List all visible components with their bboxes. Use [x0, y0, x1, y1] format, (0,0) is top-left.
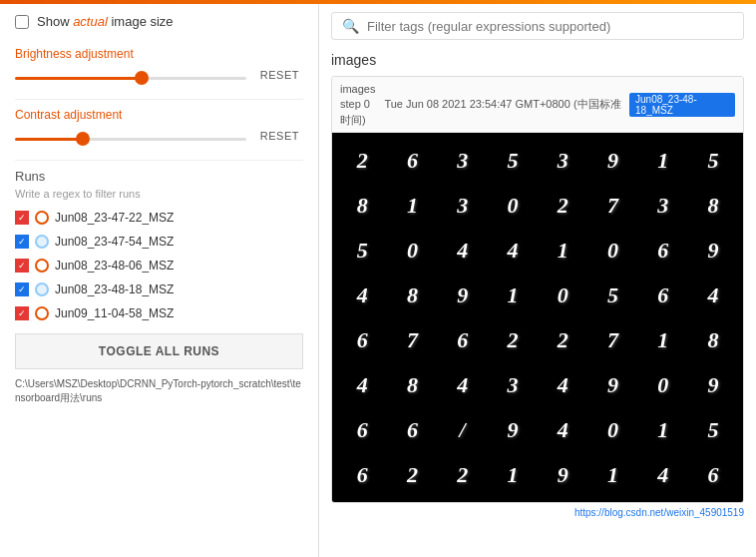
run-item-4[interactable]: Jun09_11-04-58_MSZ — [15, 303, 303, 323]
contrast-slider-row: RESET — [15, 128, 303, 144]
digit-9: 1 — [387, 183, 437, 228]
path-text: C:\Users\MSZ\Desktop\DCRNN_PyTorch-pytor… — [15, 377, 303, 405]
digit-13: 7 — [587, 183, 637, 228]
digit-20: 1 — [538, 228, 587, 273]
run-icon-1 — [35, 235, 49, 249]
digit-47: 9 — [688, 362, 738, 407]
digit-16: 5 — [337, 228, 387, 273]
digit-14: 3 — [638, 183, 688, 228]
digit-7: 5 — [688, 138, 738, 183]
card-step: step 0 — [340, 98, 370, 110]
brightness-slider-row: RESET — [15, 67, 303, 83]
digit-53: 0 — [587, 407, 637, 452]
search-icon: 🔍 — [342, 18, 359, 34]
digit-46: 0 — [638, 362, 688, 407]
digit-39: 8 — [688, 317, 738, 362]
image-card: images step 0 Tue Jun 08 2021 23:54:47 G… — [331, 76, 744, 503]
toggle-all-runs-button[interactable]: TOGGLE ALL RUNS — [15, 333, 303, 369]
runs-divider — [15, 160, 303, 161]
digit-18: 4 — [438, 228, 488, 273]
digit-8: 8 — [337, 183, 387, 228]
digit-40: 4 — [337, 362, 387, 407]
digit-36: 2 — [538, 317, 587, 362]
brightness-divider — [15, 99, 303, 100]
show-actual-size-row: Show actual image size — [15, 14, 303, 29]
run-icon-3 — [35, 282, 49, 296]
show-actual-size-checkbox[interactable] — [15, 15, 29, 29]
run-label-2: Jun08_23-48-06_MSZ — [55, 259, 174, 273]
image-card-meta: images step 0 Tue Jun 08 2021 23:54:47 G… — [340, 81, 629, 128]
card-timestamp: Tue Jun 08 2021 23:54:47 GMT+0800 (中国标准时… — [340, 98, 621, 126]
digit-55: 5 — [688, 407, 738, 452]
digit-57: 2 — [387, 452, 437, 497]
run-item-3[interactable]: Jun08_23-48-18_MSZ — [15, 279, 303, 299]
digit-0: 2 — [337, 138, 387, 183]
digit-5: 9 — [587, 138, 637, 183]
run-icon-0 — [35, 211, 49, 225]
digit-22: 6 — [638, 228, 688, 273]
run-icon-4 — [35, 306, 49, 320]
digit-4: 3 — [538, 138, 587, 183]
digit-19: 4 — [488, 228, 538, 273]
digit-11: 0 — [488, 183, 538, 228]
digit-27: 1 — [488, 273, 538, 317]
digit-42: 4 — [438, 362, 488, 407]
digit-grid: 2635391581302738504410694891056467622718… — [332, 133, 743, 502]
digit-33: 7 — [387, 317, 437, 362]
digit-34: 6 — [438, 317, 488, 362]
digit-24: 4 — [337, 273, 387, 317]
run-icon-2 — [35, 259, 49, 273]
digit-50: / — [438, 407, 488, 452]
runs-filter-label: Write a regex to filter runs — [15, 188, 303, 200]
run-checkbox-2[interactable] — [15, 259, 29, 273]
digit-35: 2 — [488, 317, 538, 362]
run-label-3: Jun08_23-48-18_MSZ — [55, 282, 174, 296]
digit-62: 4 — [638, 452, 688, 497]
brightness-reset-button[interactable]: RESET — [256, 67, 303, 83]
image-card-header: images step 0 Tue Jun 08 2021 23:54:47 G… — [332, 77, 743, 133]
right-panel: 🔍 images images step 0 Tue Jun 08 2021 2… — [319, 4, 756, 557]
digit-45: 9 — [587, 362, 637, 407]
digit-41: 8 — [387, 362, 437, 407]
bottom-link[interactable]: https://blog.csdn.net/weixin_45901519 — [331, 507, 744, 518]
run-tag: Jun08_23-48-18_MSZ — [629, 93, 735, 117]
left-panel: Show actual image size Brightness adjust… — [0, 4, 319, 557]
digit-31: 4 — [688, 273, 738, 317]
digit-54: 1 — [638, 407, 688, 452]
digit-29: 5 — [587, 273, 637, 317]
contrast-slider[interactable] — [15, 138, 246, 141]
digit-1: 6 — [387, 138, 437, 183]
contrast-slider-wrapper — [15, 129, 246, 144]
run-checkbox-3[interactable] — [15, 282, 29, 296]
digit-60: 9 — [538, 452, 587, 497]
digit-30: 6 — [638, 273, 688, 317]
digit-58: 2 — [438, 452, 488, 497]
runs-list: Jun08_23-47-22_MSZJun08_23-47-54_MSZJun0… — [15, 208, 303, 323]
show-actual-size-label: Show actual image size — [37, 14, 174, 29]
digit-48: 6 — [337, 407, 387, 452]
digit-52: 4 — [538, 407, 587, 452]
run-label-1: Jun08_23-47-54_MSZ — [55, 235, 174, 249]
image-display: 2635391581302738504410694891056467622718… — [332, 133, 743, 502]
contrast-label: Contrast adjustment — [15, 108, 303, 122]
brightness-label: Brightness adjustment — [15, 47, 303, 61]
runs-header: Runs — [15, 169, 303, 184]
run-checkbox-0[interactable] — [15, 211, 29, 225]
brightness-slider-wrapper — [15, 68, 246, 83]
contrast-reset-button[interactable]: RESET — [256, 128, 303, 144]
brightness-slider[interactable] — [15, 77, 246, 80]
run-item-1[interactable]: Jun08_23-47-54_MSZ — [15, 232, 303, 252]
run-checkbox-4[interactable] — [15, 306, 29, 320]
digit-25: 8 — [387, 273, 437, 317]
run-item-0[interactable]: Jun08_23-47-22_MSZ — [15, 208, 303, 228]
digit-56: 6 — [337, 452, 387, 497]
digit-37: 7 — [587, 317, 637, 362]
filter-input[interactable] — [367, 19, 733, 34]
run-item-2[interactable]: Jun08_23-48-06_MSZ — [15, 256, 303, 276]
run-label-0: Jun08_23-47-22_MSZ — [55, 211, 174, 225]
run-checkbox-1[interactable] — [15, 235, 29, 249]
images-section-label: images — [331, 52, 744, 68]
digit-3: 5 — [488, 138, 538, 183]
filter-bar: 🔍 — [331, 12, 744, 40]
digit-2: 3 — [438, 138, 488, 183]
